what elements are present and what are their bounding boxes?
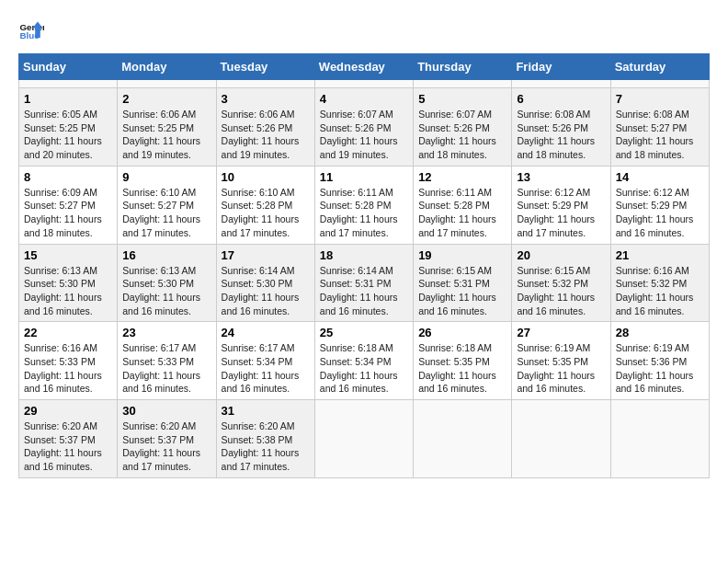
day-number: 1 (24, 92, 112, 106)
calendar-cell: 10Sunrise: 6:10 AMSunset: 5:28 PMDayligh… (216, 166, 314, 244)
calendar-week-row: 22Sunrise: 6:16 AMSunset: 5:33 PMDayligh… (19, 322, 710, 400)
calendar-cell (414, 80, 512, 88)
day-number: 18 (320, 248, 408, 262)
day-info: Sunrise: 6:11 AMSunset: 5:28 PMDaylight:… (418, 186, 506, 240)
calendar-cell (314, 80, 413, 88)
day-number: 20 (517, 248, 605, 262)
day-info: Sunrise: 6:15 AMSunset: 5:31 PMDaylight:… (418, 264, 506, 318)
day-number: 22 (24, 326, 112, 339)
day-number: 16 (122, 248, 210, 262)
day-number: 25 (320, 326, 408, 339)
calendar-cell: 25Sunrise: 6:18 AMSunset: 5:34 PMDayligh… (314, 322, 413, 400)
day-header-tuesday: Tuesday (216, 54, 314, 80)
calendar-header-row: SundayMondayTuesdayWednesdayThursdayFrid… (19, 54, 710, 80)
calendar-cell: 2Sunrise: 6:06 AMSunset: 5:25 PMDaylight… (118, 88, 216, 167)
day-number: 26 (418, 326, 506, 339)
logo: General Blue (18, 18, 48, 44)
day-info: Sunrise: 6:15 AMSunset: 5:32 PMDaylight:… (517, 264, 605, 318)
calendar-cell: 26Sunrise: 6:18 AMSunset: 5:35 PMDayligh… (414, 322, 512, 400)
calendar-cell: 21Sunrise: 6:16 AMSunset: 5:32 PMDayligh… (610, 244, 709, 322)
day-number: 17 (222, 248, 310, 262)
day-info: Sunrise: 6:18 AMSunset: 5:34 PMDaylight:… (320, 341, 408, 396)
day-info: Sunrise: 6:20 AMSunset: 5:37 PMDaylight:… (24, 419, 112, 474)
day-info: Sunrise: 6:16 AMSunset: 5:32 PMDaylight:… (616, 264, 704, 318)
day-number: 21 (616, 248, 704, 262)
day-number: 24 (222, 326, 310, 339)
calendar-cell: 30Sunrise: 6:20 AMSunset: 5:37 PMDayligh… (118, 400, 216, 478)
calendar-week-row: 15Sunrise: 6:13 AMSunset: 5:30 PMDayligh… (19, 244, 710, 322)
day-number: 30 (122, 404, 210, 418)
day-number: 2 (122, 92, 210, 106)
day-info: Sunrise: 6:17 AMSunset: 5:33 PMDaylight:… (122, 341, 210, 396)
day-info: Sunrise: 6:08 AMSunset: 5:26 PMDaylight:… (517, 108, 605, 162)
day-number: 31 (222, 404, 310, 418)
day-number: 8 (24, 170, 112, 184)
day-number: 12 (418, 170, 506, 184)
day-number: 27 (517, 326, 605, 339)
day-info: Sunrise: 6:10 AMSunset: 5:28 PMDaylight:… (222, 186, 310, 240)
calendar-cell: 28Sunrise: 6:19 AMSunset: 5:36 PMDayligh… (610, 322, 709, 400)
day-info: Sunrise: 6:13 AMSunset: 5:30 PMDaylight:… (24, 264, 112, 318)
calendar-week-row: 1Sunrise: 6:05 AMSunset: 5:25 PMDaylight… (19, 88, 710, 167)
day-number: 10 (222, 170, 310, 184)
calendar-cell: 11Sunrise: 6:11 AMSunset: 5:28 PMDayligh… (314, 166, 413, 244)
day-number: 28 (616, 326, 704, 339)
calendar: SundayMondayTuesdayWednesdayThursdayFrid… (18, 53, 710, 478)
calendar-cell (314, 400, 413, 478)
calendar-cell (216, 80, 314, 88)
day-number: 23 (122, 326, 210, 339)
day-number: 3 (222, 92, 310, 106)
day-info: Sunrise: 6:14 AMSunset: 5:31 PMDaylight:… (320, 264, 408, 318)
day-number: 6 (517, 92, 605, 106)
day-number: 19 (418, 248, 506, 262)
day-number: 29 (24, 404, 112, 418)
day-info: Sunrise: 6:11 AMSunset: 5:28 PMDaylight:… (320, 186, 408, 240)
day-info: Sunrise: 6:18 AMSunset: 5:35 PMDaylight:… (418, 341, 506, 396)
day-number: 5 (418, 92, 506, 106)
logo-icon: General Blue (18, 18, 44, 44)
header: General Blue (18, 18, 710, 44)
day-info: Sunrise: 6:06 AMSunset: 5:25 PMDaylight:… (122, 108, 210, 162)
calendar-cell (19, 80, 118, 88)
calendar-cell (414, 400, 512, 478)
calendar-cell (610, 80, 709, 88)
calendar-cell: 12Sunrise: 6:11 AMSunset: 5:28 PMDayligh… (414, 166, 512, 244)
day-info: Sunrise: 6:17 AMSunset: 5:34 PMDaylight:… (222, 341, 310, 396)
calendar-cell: 3Sunrise: 6:06 AMSunset: 5:26 PMDaylight… (216, 88, 314, 167)
day-number: 9 (122, 170, 210, 184)
calendar-week-row: 8Sunrise: 6:09 AMSunset: 5:27 PMDaylight… (19, 166, 710, 244)
calendar-cell: 20Sunrise: 6:15 AMSunset: 5:32 PMDayligh… (512, 244, 610, 322)
calendar-cell: 4Sunrise: 6:07 AMSunset: 5:26 PMDaylight… (314, 88, 413, 167)
calendar-week-row: 29Sunrise: 6:20 AMSunset: 5:37 PMDayligh… (19, 400, 710, 478)
day-number: 4 (320, 92, 408, 106)
day-header-friday: Friday (512, 54, 610, 80)
day-info: Sunrise: 6:19 AMSunset: 5:35 PMDaylight:… (517, 341, 605, 396)
day-info: Sunrise: 6:12 AMSunset: 5:29 PMDaylight:… (517, 186, 605, 240)
calendar-cell: 7Sunrise: 6:08 AMSunset: 5:27 PMDaylight… (610, 88, 709, 167)
calendar-week-row (19, 80, 710, 88)
calendar-cell: 6Sunrise: 6:08 AMSunset: 5:26 PMDaylight… (512, 88, 610, 167)
calendar-cell (118, 80, 216, 88)
day-info: Sunrise: 6:10 AMSunset: 5:27 PMDaylight:… (122, 186, 210, 240)
calendar-cell (610, 400, 709, 478)
day-number: 14 (616, 170, 704, 184)
calendar-cell: 17Sunrise: 6:14 AMSunset: 5:30 PMDayligh… (216, 244, 314, 322)
day-info: Sunrise: 6:08 AMSunset: 5:27 PMDaylight:… (616, 108, 704, 162)
calendar-cell: 5Sunrise: 6:07 AMSunset: 5:26 PMDaylight… (414, 88, 512, 167)
day-info: Sunrise: 6:09 AMSunset: 5:27 PMDaylight:… (24, 186, 112, 240)
calendar-cell: 22Sunrise: 6:16 AMSunset: 5:33 PMDayligh… (19, 322, 118, 400)
day-number: 13 (517, 170, 605, 184)
calendar-cell: 14Sunrise: 6:12 AMSunset: 5:29 PMDayligh… (610, 166, 709, 244)
calendar-cell (512, 80, 610, 88)
day-header-saturday: Saturday (610, 54, 709, 80)
calendar-cell: 16Sunrise: 6:13 AMSunset: 5:30 PMDayligh… (118, 244, 216, 322)
calendar-cell: 23Sunrise: 6:17 AMSunset: 5:33 PMDayligh… (118, 322, 216, 400)
day-info: Sunrise: 6:19 AMSunset: 5:36 PMDaylight:… (616, 341, 704, 396)
calendar-cell: 24Sunrise: 6:17 AMSunset: 5:34 PMDayligh… (216, 322, 314, 400)
calendar-cell: 27Sunrise: 6:19 AMSunset: 5:35 PMDayligh… (512, 322, 610, 400)
calendar-cell: 31Sunrise: 6:20 AMSunset: 5:38 PMDayligh… (216, 400, 314, 478)
calendar-cell: 9Sunrise: 6:10 AMSunset: 5:27 PMDaylight… (118, 166, 216, 244)
day-info: Sunrise: 6:05 AMSunset: 5:25 PMDaylight:… (24, 108, 112, 162)
day-info: Sunrise: 6:07 AMSunset: 5:26 PMDaylight:… (320, 108, 408, 162)
calendar-cell: 13Sunrise: 6:12 AMSunset: 5:29 PMDayligh… (512, 166, 610, 244)
